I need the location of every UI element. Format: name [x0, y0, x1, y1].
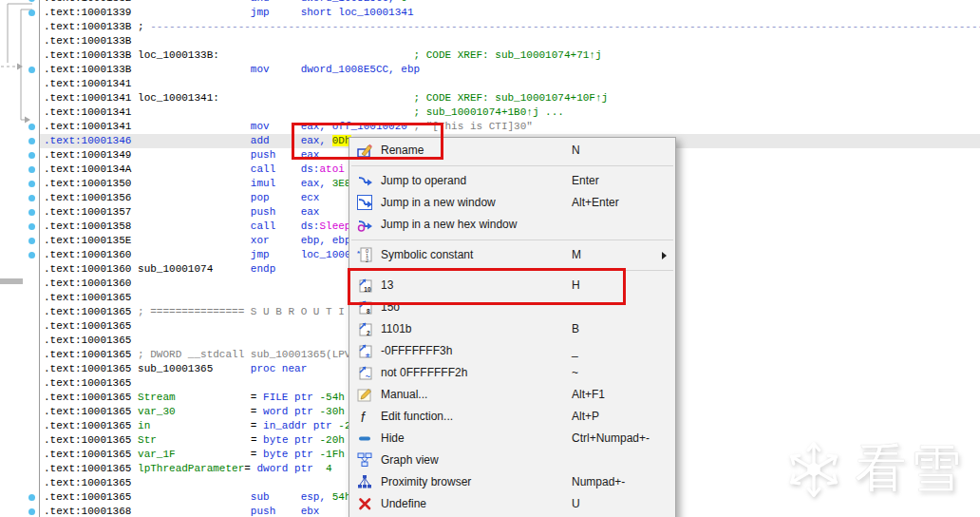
asm-line[interactable]: .text:1000133B mov dword_1008E5CC, ebp [44, 63, 420, 77]
menu-item-graph-view[interactable]: Graph view [349, 450, 675, 471]
asm-line[interactable]: .text:10001349 push eax [44, 148, 319, 163]
menu-item-undefine[interactable]: UndefineU [349, 493, 675, 515]
asm-line[interactable]: .text:10001360 [44, 277, 131, 291]
menu-item-shortcut: _ [572, 340, 578, 362]
asm-line[interactable]: .text:10001346 add eax, 0Dh [44, 134, 351, 148]
menu-separator [349, 266, 675, 275]
asm-line[interactable]: .text:10001341 [44, 77, 131, 91]
asm-line[interactable]: .text:1000133B loc_1000133B: ; CODE XREF… [44, 48, 602, 63]
menu-item-rename[interactable]: RenameN [349, 140, 675, 162]
base2-icon: 2 [357, 321, 373, 337]
rename-icon [357, 143, 373, 159]
menu-item-not-value[interactable]: ~not 0FFFFFFF2h~ [349, 362, 675, 384]
svg-text:2: 2 [367, 330, 370, 336]
code-line-dot [28, 138, 35, 144]
asm-line[interactable]: .text:10001341 loc_10001341: ; CODE XREF… [44, 91, 608, 105]
menu-separator [349, 162, 675, 170]
menu-item-shortcut: Alt+P [572, 406, 599, 428]
code-line-dot [28, 223, 35, 230]
menu-item-label: Rename [381, 140, 424, 162]
asm-line[interactable]: .text:10001350 imul eax, 3E8h [44, 177, 357, 191]
menu-item-negate-value[interactable]: ±-0FFFFFFF3h_ [349, 340, 675, 362]
ida-disassembly-window: .text:10001332 and dword_1008E5CC, 0.tex… [0, 0, 980, 517]
menu-item-label: Hide [381, 428, 405, 450]
asm-line[interactable]: .text:10001365 sub_10001365 proc near [44, 362, 307, 376]
asm-line[interactable]: .text:10001341 ; sub_10001074+1B0↑j ... [44, 105, 564, 120]
menu-item-shortcut: M [572, 244, 581, 266]
asm-line[interactable]: .text:10001365 sub esp, 54h [44, 490, 351, 505]
asm-line[interactable]: .text:10001360 sub_10001074 endp [44, 262, 275, 277]
code-line-dot [28, 195, 35, 201]
menu-item-shortcut: N [572, 140, 580, 162]
svg-text:8: 8 [367, 308, 370, 315]
menu-item-label: Jump in a new window [381, 192, 496, 214]
asm-line[interactable]: .text:10001339 jmp short loc_10001341 [44, 6, 414, 20]
asm-line[interactable]: .text:10001360 jmp loc_10001341 [44, 248, 376, 262]
code-line-dot [28, 238, 35, 244]
symbolic-constant-icon: 012* [357, 247, 373, 263]
code-line-dot [28, 166, 35, 173]
jump-operand-icon [357, 173, 373, 189]
asm-line[interactable]: .text:10001358 call ds:Sleep [44, 220, 350, 234]
svg-text:*: * [357, 249, 361, 258]
menu-item-label: not 0FFFFFFF2h [381, 362, 467, 384]
asm-line[interactable]: .text:10001365 in = in_addr ptr -2Ch [44, 419, 364, 433]
menu-item-jump-in-new-hex-window[interactable]: Jump in a new hex window [349, 214, 675, 236]
asm-line[interactable]: .text:1000133B ; -----------------------… [44, 20, 980, 34]
svg-text:10: 10 [364, 286, 371, 293]
hide-icon [357, 431, 373, 447]
margin-separator-line [39, 0, 40, 517]
menu-item-jump-to-operand[interactable]: Jump to operandEnter [349, 170, 675, 192]
asm-line[interactable]: .text:10001356 pop ecx [44, 191, 319, 205]
menu-item-binary-value[interactable]: 21101bB [349, 318, 675, 340]
menu-item-label: Jump to operand [381, 170, 466, 192]
menu-item-shortcut: Numpad+- [572, 471, 625, 493]
menu-item-shortcut: Alt+F1 [572, 384, 605, 406]
menu-item-proximity-browser[interactable]: Proximity browserNumpad+- [349, 471, 675, 493]
asm-line[interactable]: .text:1000134A call ds:atoi [44, 163, 345, 177]
asm-line[interactable]: .text:10001365 [44, 376, 131, 391]
menu-item-edit-function[interactable]: fEdit function...Alt+P [349, 406, 675, 428]
asm-line[interactable]: .text:10001365 Stream = FILE ptr -54h [44, 391, 345, 405]
proximity-icon [357, 474, 373, 490]
asm-line[interactable]: .text:10001357 push eax [44, 205, 319, 220]
menu-item-symbolic-constant[interactable]: 012*Symbolic constantM [349, 244, 675, 266]
base8-icon: 8 [357, 299, 373, 316]
menu-item-label: Undefine [381, 493, 426, 515]
asm-line[interactable]: .text:10001365 [44, 334, 131, 348]
svg-text:2: 2 [366, 258, 368, 263]
code-line-dot [28, 152, 35, 159]
asm-line[interactable]: .text:1000135E xor ebp, ebp [44, 234, 350, 248]
svg-text:f: f [361, 410, 367, 425]
submenu-arrow-icon [662, 252, 667, 259]
menu-item-decimal-value[interactable]: 1013H [349, 275, 675, 297]
asm-line[interactable]: .text:10001365 lpThreadParameter= dword … [44, 462, 332, 476]
asm-line[interactable]: .text:10001365 var_30 = word ptr -30h [44, 405, 345, 419]
menu-item-label: Graph view [381, 450, 439, 471]
undefine-icon [357, 496, 373, 512]
code-line-dot [28, 181, 35, 187]
svg-text:±: ± [366, 351, 370, 359]
menu-item-label: 1101b [381, 318, 411, 340]
code-line-dot [28, 252, 35, 258]
menu-item-shortcut: ~ [572, 362, 578, 384]
asm-line[interactable]: .text:10001341 mov eax, off_10010020 ; "… [44, 120, 533, 134]
asm-line[interactable]: .text:10001365 [44, 319, 131, 334]
menu-item-jump-in-new-window[interactable]: Jump in a new windowAlt+Enter [349, 192, 675, 214]
menu-separator [349, 236, 675, 244]
asm-line[interactable]: .text:10001365 var_1F = byte ptr -1Fh [44, 448, 345, 462]
context-menu: RenameNJump to operandEnterJump in a new… [349, 137, 676, 517]
asm-line[interactable]: .text:10001365 [44, 476, 131, 490]
asm-line[interactable]: .text:10001365 [44, 291, 131, 305]
jump-arrow-margin [0, 0, 44, 517]
menu-item-octal-value[interactable]: 815o [349, 297, 675, 318]
edit-function-icon: f [357, 409, 373, 425]
asm-line[interactable]: .text:1000133B [44, 34, 131, 48]
jump-window-icon [357, 195, 373, 211]
menu-item-hide[interactable]: HideCtrl+Numpad+- [349, 428, 675, 450]
asm-line[interactable]: .text:10001365 Str = byte ptr -20h [44, 433, 345, 448]
menu-item-label: Jump in a new hex window [381, 214, 517, 236]
menu-item-manual[interactable]: Manual...Alt+F1 [349, 384, 675, 406]
menu-item-shortcut: B [572, 318, 579, 340]
asm-line[interactable]: .text:10001368 push ebx [44, 505, 319, 517]
